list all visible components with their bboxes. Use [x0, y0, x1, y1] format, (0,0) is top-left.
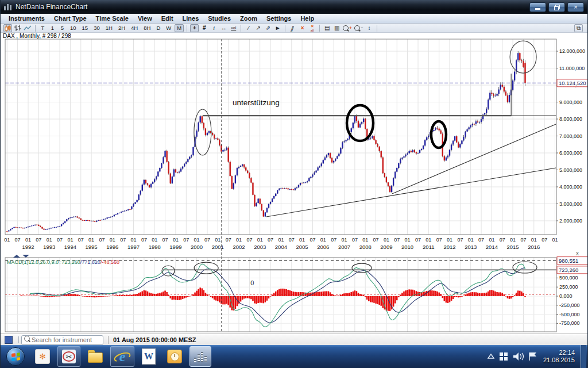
timeframe-2h[interactable]: 2H [116, 24, 127, 32]
fit-vertical-icon[interactable]: ↕ [365, 24, 374, 32]
candlestick-chart-icon[interactable] [3, 24, 12, 32]
remove-all-lines-icon[interactable]: ×all [308, 24, 316, 32]
taskbar-clock[interactable]: 22:14 21.08.2015 [543, 349, 575, 364]
horizontal-scroll-icon[interactable]: ↔ [219, 24, 228, 32]
time-axis-year-label: 2006 [317, 244, 329, 250]
bar-chart-icon[interactable] [13, 24, 22, 32]
macd-close-button[interactable]: x [576, 250, 579, 256]
menu-chart-type[interactable]: Chart Type [49, 14, 91, 22]
price-axis-label: 4.000,000 [559, 184, 582, 190]
search-input[interactable] [21, 335, 103, 345]
tray-icons[interactable] [483, 349, 539, 364]
info-icon[interactable]: i [210, 24, 218, 32]
timeframe-30[interactable]: 30 [91, 24, 102, 32]
timeframe-1[interactable]: 1 [48, 24, 57, 32]
taskbar-word-icon[interactable]: W [138, 347, 160, 366]
timeframe-5[interactable]: 5 [58, 24, 67, 32]
menu-time-scale[interactable]: Time Scale [91, 14, 133, 22]
panel-collapse-up-icon[interactable] [13, 255, 20, 258]
menu-help[interactable]: Help [296, 14, 319, 22]
menu-settings[interactable]: Settings [262, 14, 296, 22]
price-axis-label: 11.000,000 [559, 66, 585, 71]
trend-channel-icon[interactable]: ⇗ [264, 24, 272, 32]
menu-edit[interactable]: Edit [157, 14, 178, 22]
time-axis-year-label: 1998 [149, 244, 161, 250]
restore-button[interactable] [548, 2, 565, 12]
taskbar: ✻✂eW 22:14 21.08.2015 [1, 345, 587, 368]
time-axis-minor-label: 01 [173, 237, 179, 243]
svg-text:723,260: 723,260 [559, 267, 578, 273]
macd-top-value-label: 980,551 [557, 257, 588, 264]
macd-zero-annotation: 0 [250, 279, 254, 286]
taskbar-outlook-icon[interactable] [163, 347, 186, 366]
time-axis-minor-label: 07 [99, 237, 105, 243]
macd-axis-label: 0,000 [559, 293, 572, 299]
line-chart-icon[interactable] [23, 24, 32, 32]
show-desktop-button[interactable] [581, 345, 586, 368]
chart-area[interactable]: 0107010701070107010701070107010701070107… [1, 33, 588, 334]
price-axis-label: 3.000,000 [559, 201, 582, 207]
macd-panel-series [20, 264, 525, 327]
menu-studies[interactable]: Studies [203, 14, 235, 22]
minimize-button[interactable] [529, 2, 546, 12]
time-axis-minor-label: 01 [405, 237, 411, 243]
timeframe-1h[interactable]: 1H [103, 24, 115, 32]
zoom-out-icon[interactable]: − [354, 24, 364, 32]
time-axis-minor-label: 01 [320, 237, 326, 243]
price-axis-label: 8.000,000 [559, 116, 582, 122]
timeframe-m[interactable]: M [175, 24, 184, 32]
parallel-lines-icon[interactable]: ∥ [287, 24, 299, 32]
time-axis-minor-label: 01 [510, 237, 516, 243]
menu-instruments[interactable]: Instruments [4, 14, 49, 22]
time-axis-minor-label: 01 [25, 237, 31, 243]
timeframe-d[interactable]: D [154, 24, 163, 32]
timeframe-4h[interactable]: 4H [129, 24, 140, 32]
crosshair-icon[interactable]: + [190, 24, 199, 32]
panel-collapse-down-icon[interactable] [22, 255, 29, 258]
zoom-in-icon[interactable]: + [342, 24, 353, 32]
detach-window-icon[interactable]: ⧉ [574, 24, 583, 32]
grid-icon[interactable]: # [200, 24, 208, 32]
time-axis-minor-label: 01 [152, 237, 157, 243]
taskbar-windows-explorer-icon[interactable] [84, 347, 107, 366]
timeframe-10[interactable]: 10 [68, 24, 79, 32]
time-axis-minor-label: 01 [341, 237, 347, 243]
taskbar-finance-chart-app-icon[interactable] [189, 346, 211, 367]
volume-tray-icon [513, 352, 524, 361]
clock-time: 22:14 [543, 349, 575, 356]
taskbar-internet-explorer-icon[interactable]: e [110, 346, 134, 367]
time-axis-minor-label: 07 [141, 237, 147, 243]
taskbar-photo-viewer-icon[interactable]: ✻ [31, 347, 54, 366]
volume-icon[interactable]: vol [229, 24, 238, 32]
chart-svg[interactable]: 0107010701070107010701070107010701070107… [1, 33, 588, 334]
menu-lines[interactable]: Lines [178, 14, 204, 22]
trendline [392, 124, 556, 194]
pointer-tool-icon[interactable]: ► [273, 24, 282, 32]
print-preview-icon[interactable]: ▥ [332, 24, 341, 32]
search-icon [24, 336, 30, 342]
time-axis-minor-label: 07 [500, 237, 505, 243]
remove-line-icon[interactable]: × [298, 24, 307, 32]
timeframe-15[interactable]: 15 [80, 24, 91, 32]
taskbar-snipping-tool-icon[interactable]: ✂ [57, 346, 80, 367]
screen: NetDania FinanceChart × InstrumentsChart… [0, 0, 588, 368]
print-icon[interactable]: ▤ [323, 24, 331, 32]
timeframe-t[interactable]: T [38, 24, 47, 32]
time-axis-year-label: 2001 [212, 244, 224, 250]
start-button[interactable] [6, 347, 25, 366]
time-axis-minor-label: 01 [425, 237, 431, 243]
close-button[interactable]: × [567, 2, 584, 12]
current-price-label: 10.124,520 [557, 79, 588, 87]
time-axis-year-label: 2016 [528, 244, 540, 250]
time-axis-year-label: 2012 [443, 244, 455, 250]
time-axis-minor-label: 07 [394, 237, 400, 243]
timeframe-8h[interactable]: 8H [141, 24, 153, 32]
menu-view[interactable]: View [133, 14, 157, 22]
timeframe-w[interactable]: W [164, 24, 173, 32]
time-axis-minor-label: 07 [415, 237, 421, 243]
trendline-arrow-icon[interactable]: ↗ [254, 24, 262, 32]
time-axis-minor-label: 07 [436, 237, 442, 243]
trendline-icon[interactable]: ∕ [244, 24, 253, 32]
time-axis-minor-label: 01 [489, 237, 494, 243]
menu-zoom[interactable]: Zoom [235, 14, 262, 22]
